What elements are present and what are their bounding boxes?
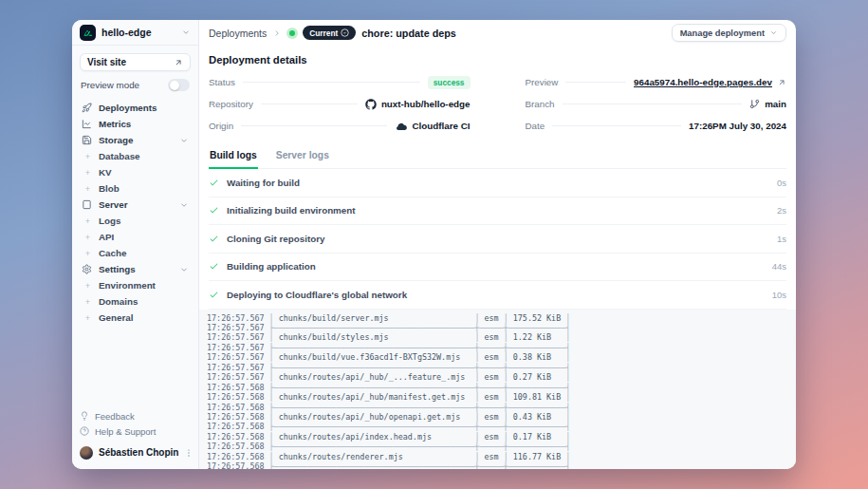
build-log-output[interactable]: 17:26:57.567 │ chunks/build/server.mjs │… bbox=[199, 310, 796, 470]
check-icon bbox=[209, 290, 219, 300]
sidebar-item-label: Settings bbox=[99, 264, 173, 274]
tab-server-logs[interactable]: Server logs bbox=[275, 146, 330, 168]
preview-mode-toggle[interactable] bbox=[168, 79, 190, 91]
live-status-dot bbox=[289, 30, 295, 36]
sidebar-item-blob[interactable]: + Blob bbox=[78, 180, 193, 197]
sidebar-subitem-label: Blob bbox=[99, 183, 120, 194]
breadcrumb[interactable]: Deployments bbox=[209, 28, 267, 39]
storage-icon bbox=[82, 135, 92, 145]
status-label: Status bbox=[209, 77, 235, 87]
origin-label: Origin bbox=[209, 121, 233, 131]
leader-line bbox=[243, 82, 420, 83]
sidebar-item-metrics[interactable]: Metrics bbox=[78, 116, 193, 132]
preview-mode-label: Preview mode bbox=[81, 80, 139, 90]
log-separator-line: 17:26:57.568 ├──────────────────────────… bbox=[207, 422, 796, 431]
origin-value: Cloudflare CI bbox=[413, 121, 471, 131]
help-circle-icon bbox=[80, 426, 89, 436]
preview-url-link[interactable]: 964a5974.hello-edge.pages.dev bbox=[634, 77, 772, 87]
build-step-label: Building application bbox=[227, 261, 765, 272]
tab-build-logs[interactable]: Build logs bbox=[209, 146, 258, 169]
check-circle-icon bbox=[341, 28, 349, 37]
sidebar-item-kv[interactable]: + KV bbox=[78, 164, 193, 180]
chevron-down-icon bbox=[769, 28, 778, 37]
site-name: hello-edge bbox=[102, 27, 175, 38]
log-separator-line: 17:26:57.568 ├──────────────────────────… bbox=[207, 442, 796, 451]
preview-label: Preview bbox=[526, 77, 559, 87]
feedback-button[interactable]: Feedback bbox=[80, 408, 191, 423]
plus-marker-icon: + bbox=[84, 184, 91, 194]
plus-marker-icon: + bbox=[84, 249, 91, 258]
log-separator-line: 17:26:57.567 ├──────────────────────────… bbox=[207, 363, 796, 372]
user-menu[interactable]: Sébastien Chopin bbox=[80, 443, 191, 461]
sidebar-item-database[interactable]: + Database bbox=[78, 148, 193, 164]
sidebar-subitem-label: Database bbox=[99, 151, 140, 161]
detail-row-status: Status success bbox=[209, 71, 471, 93]
chevron-down-icon bbox=[179, 200, 189, 210]
plus-marker-icon: + bbox=[84, 233, 91, 242]
chevron-down-icon bbox=[179, 265, 189, 274]
log-line: 17:26:57.567 │ chunks/build/vue.f36acd1f… bbox=[207, 352, 796, 362]
visit-site-label: Visit site bbox=[87, 57, 126, 67]
rocket-icon bbox=[82, 103, 92, 113]
sidebar-item-general[interactable]: + General bbox=[78, 310, 193, 326]
log-separator-line: 17:26:57.568 ├──────────────────────────… bbox=[207, 461, 796, 469]
sidebar-item-logs[interactable]: + Logs bbox=[78, 213, 193, 229]
log-line: 17:26:57.568 │ chunks/routes/api/_hub/op… bbox=[207, 412, 796, 422]
repository-value[interactable]: nuxt-hub/hello-edge bbox=[381, 99, 471, 109]
git-branch-icon bbox=[749, 99, 760, 109]
log-line: 17:26:57.567 │ chunks/routes/api/_hub/_.… bbox=[207, 372, 796, 382]
build-step-label: Initializing build environment bbox=[227, 205, 769, 216]
sidebar-item-environment[interactable]: + Environment bbox=[78, 277, 193, 293]
sidebar-item-domains[interactable]: + Domains bbox=[78, 293, 193, 310]
cloudflare-cloud-icon bbox=[395, 120, 408, 133]
plus-marker-icon: + bbox=[84, 168, 91, 178]
sidebar-item-cache[interactable]: + Cache bbox=[78, 245, 193, 261]
log-tabs: Build logs Server logs bbox=[209, 146, 786, 169]
branch-label: Branch bbox=[526, 99, 555, 109]
build-step-row[interactable]: Building application 44s bbox=[209, 254, 786, 282]
log-separator-line: 17:26:57.568 ├──────────────────────────… bbox=[207, 403, 796, 412]
build-step-duration: 0s bbox=[777, 178, 786, 188]
build-step-label: Deploying to Cloudflare's global network bbox=[227, 290, 765, 300]
sidebar-item-deployments[interactable]: Deployments bbox=[78, 100, 193, 116]
sidebar-item-settings[interactable]: Settings bbox=[78, 261, 193, 277]
chevron-down-icon bbox=[179, 136, 189, 145]
check-icon bbox=[209, 234, 219, 244]
build-step-row[interactable]: Waiting for build 0s bbox=[209, 169, 786, 197]
build-step-label: Cloning Git repository bbox=[227, 234, 769, 244]
sidebar-footer: Feedback Help & Support Sébastien Chopin bbox=[72, 404, 198, 469]
leader-line bbox=[241, 125, 386, 126]
user-name: Sébastien Chopin bbox=[99, 447, 178, 458]
repository-label: Repository bbox=[209, 99, 253, 109]
build-step-label: Waiting for build bbox=[227, 178, 769, 188]
log-line: 17:26:57.567 │ chunks/build/styles.mjs │… bbox=[207, 332, 796, 342]
site-switcher[interactable]: hello-edge bbox=[72, 20, 198, 46]
avatar bbox=[80, 446, 93, 460]
detail-row-preview: Preview 964a5974.hello-edge.pages.dev bbox=[526, 71, 787, 93]
help-support-button[interactable]: Help & Support bbox=[80, 423, 191, 439]
manage-deployment-button[interactable]: Manage deployment bbox=[672, 24, 786, 42]
log-separator-line: 17:26:57.567 ├──────────────────────────… bbox=[207, 343, 796, 352]
log-line: 17:26:57.568 │ chunks/routes/renderer.mj… bbox=[207, 452, 796, 461]
check-icon bbox=[209, 261, 219, 272]
plus-marker-icon: + bbox=[84, 152, 91, 161]
server-icon bbox=[82, 199, 92, 210]
build-step-duration: 44s bbox=[772, 261, 786, 272]
check-icon bbox=[209, 205, 219, 216]
external-link-icon[interactable] bbox=[777, 78, 786, 87]
sidebar-item-server[interactable]: Server bbox=[78, 197, 193, 213]
build-step-row[interactable]: Deploying to Cloudflare's global network… bbox=[209, 281, 786, 310]
feedback-label: Feedback bbox=[95, 411, 135, 422]
build-step-duration: 2s bbox=[777, 205, 786, 216]
visit-site-button[interactable]: Visit site bbox=[80, 53, 191, 71]
sidebar-item-api[interactable]: + API bbox=[78, 229, 193, 245]
main-panel: Deployments Current chore: update deps M… bbox=[199, 20, 796, 469]
kebab-menu-icon[interactable] bbox=[184, 448, 194, 458]
leader-line bbox=[261, 103, 358, 104]
sidebar-item-storage[interactable]: Storage bbox=[78, 132, 193, 148]
detail-row-origin: Origin Cloudflare CI bbox=[209, 115, 471, 137]
leader-line bbox=[565, 82, 626, 83]
build-step-row[interactable]: Initializing build environment 2s bbox=[209, 197, 786, 226]
chevron-right-icon bbox=[272, 28, 282, 38]
build-step-row[interactable]: Cloning Git repository 1s bbox=[209, 225, 786, 254]
